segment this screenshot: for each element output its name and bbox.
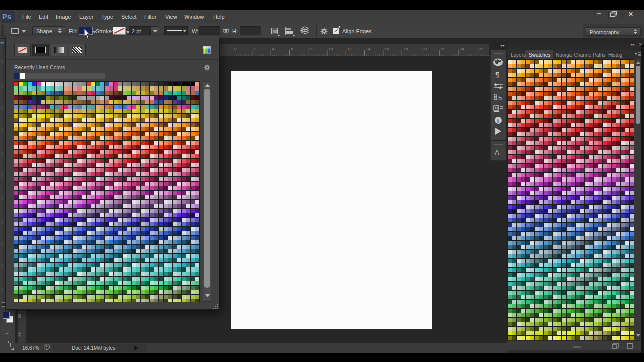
svg-text:5: 5 [498,94,502,101]
svg-text:i: i [497,118,499,124]
